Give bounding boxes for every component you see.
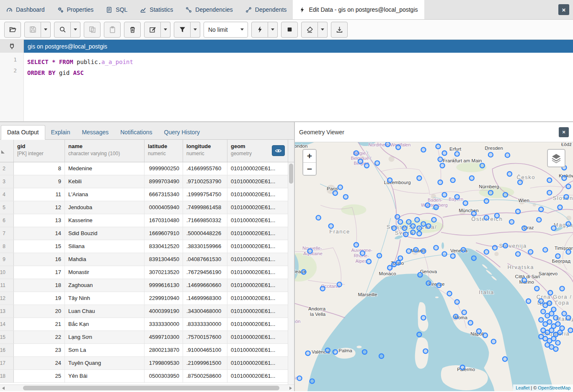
find-button[interactable]: [54, 22, 71, 38]
geometry-point-marker[interactable]: [468, 320, 473, 325]
copy-button[interactable]: [84, 22, 101, 38]
geometry-point-marker[interactable]: [484, 250, 489, 254]
grid-select-all-corner[interactable]: [0, 140, 14, 162]
geometry-point-marker[interactable]: [302, 269, 306, 274]
geometry-point-marker[interactable]: [451, 178, 455, 182]
geometry-point-marker[interactable]: [343, 195, 348, 199]
cell-geom[interactable]: 0101000020E61...: [227, 201, 288, 214]
geometry-point-marker[interactable]: [413, 248, 418, 252]
cell-latitude[interactable]: 1799809530: [145, 357, 183, 369]
cell-geom[interactable]: 0101000020E61...: [227, 240, 288, 253]
column-header-name[interactable]: namecharacter varying (100): [65, 140, 145, 162]
cell-latitude[interactable]: 3070213520: [145, 266, 183, 279]
geometry-point-marker[interactable]: [539, 299, 543, 303]
cell-name[interactable]: Sdid Bouzid: [65, 227, 145, 240]
geometry-point-marker[interactable]: [461, 248, 466, 252]
cell-name[interactable]: Siliana: [65, 240, 145, 253]
delete-row-button[interactable]: [124, 22, 141, 38]
geometry-point-marker[interactable]: [451, 254, 455, 259]
row-number-cell[interactable]: 10: [0, 266, 14, 279]
geometry-point-marker[interactable]: [442, 192, 447, 197]
geometry-point-marker[interactable]: [463, 201, 468, 205]
cell-gid[interactable]: 25: [14, 370, 65, 382]
geometry-viewer-close-button[interactable]: ×: [559, 127, 569, 137]
horizontal-scrollbar[interactable]: [0, 384, 294, 391]
cell-gid[interactable]: 16: [14, 253, 65, 266]
geometry-point-marker[interactable]: [549, 311, 554, 316]
cell-gid[interactable]: 20: [14, 305, 65, 318]
geometry-point-marker[interactable]: [333, 350, 338, 354]
cell-longitude[interactable]: .71669850332: [183, 214, 227, 227]
geometry-point-marker[interactable]: [337, 282, 342, 287]
geometry-point-marker[interactable]: [421, 249, 426, 254]
geometry-point-marker[interactable]: [387, 178, 392, 182]
geometry-point-marker[interactable]: [547, 320, 552, 324]
geometry-point-marker[interactable]: [488, 190, 493, 195]
geometry-point-marker[interactable]: [403, 232, 408, 237]
geometry-point-marker[interactable]: [547, 178, 552, 182]
cell-name[interactable]: Bắc Kạn: [65, 318, 145, 331]
geometry-point-marker[interactable]: [560, 326, 564, 331]
cell-name[interactable]: Sơn La: [65, 344, 145, 356]
cell-name[interactable]: Tây Ninh: [65, 292, 145, 305]
scroll-right-arrow[interactable]: [287, 385, 294, 391]
cell-geom[interactable]: 0101000020E61...: [227, 279, 288, 292]
geometry-point-marker[interactable]: [360, 251, 365, 256]
geometry-point-marker[interactable]: [438, 157, 443, 161]
cell-gid[interactable]: 15: [14, 240, 65, 253]
geometry-point-marker[interactable]: [426, 281, 431, 285]
geometry-point-marker[interactable]: [367, 259, 371, 264]
execute-dropdown-button[interactable]: [268, 22, 278, 38]
geometry-point-marker[interactable]: [472, 211, 476, 216]
window-close-button[interactable]: ×: [558, 4, 569, 15]
row-number-cell[interactable]: 7: [0, 227, 14, 240]
column-header-latitude[interactable]: latitudenumeric: [145, 140, 183, 162]
clear-query-button[interactable]: [301, 22, 318, 38]
cell-latitude[interactable]: 1670310480: [145, 214, 183, 227]
geometry-point-marker[interactable]: [516, 209, 520, 214]
geometry-point-marker[interactable]: [566, 222, 570, 226]
geometry-point-marker[interactable]: [505, 153, 510, 157]
cell-longitude[interactable]: .50000448226: [183, 227, 227, 240]
geometry-point-marker[interactable]: [491, 339, 496, 344]
cell-latitude[interactable]: 2800213870: [145, 344, 183, 356]
row-number-cell[interactable]: 15: [0, 331, 14, 343]
column-header-gid[interactable]: gid[PK] integer: [14, 140, 65, 162]
cell-longitude[interactable]: .97100253790: [183, 175, 227, 188]
geometry-point-marker[interactable]: [493, 246, 497, 250]
cell-geom[interactable]: 0101000020E61...: [227, 292, 288, 305]
cell-gid[interactable]: 12: [14, 201, 65, 214]
geometry-point-marker[interactable]: [417, 226, 421, 231]
cell-longitude[interactable]: .87500258600: [183, 370, 227, 382]
tab-sql[interactable]: SQL: [100, 0, 134, 19]
geometry-point-marker[interactable]: [555, 254, 560, 259]
column-header-longitude[interactable]: longitudenumeric: [183, 140, 227, 162]
cell-latitude[interactable]: 8999703490: [145, 175, 183, 188]
geometry-point-marker[interactable]: [379, 354, 384, 359]
cell-name[interactable]: Kasserine: [65, 214, 145, 227]
geometry-point-marker[interactable]: [539, 318, 543, 322]
cell-name[interactable]: Monastir: [65, 266, 145, 279]
output-tab-data-output[interactable]: Data Output: [1, 125, 45, 140]
geometry-point-marker[interactable]: [507, 172, 512, 176]
geometry-point-marker[interactable]: [455, 195, 459, 199]
geometry-point-marker[interactable]: [333, 191, 338, 195]
geometry-point-marker[interactable]: [316, 215, 321, 220]
cell-geom[interactable]: 0101000020E61...: [227, 214, 288, 227]
row-limit-select[interactable]: No limit: [204, 22, 248, 38]
cell-latitude[interactable]: 2299910940: [145, 292, 183, 305]
geometry-point-marker[interactable]: [297, 376, 302, 381]
geometry-point-marker[interactable]: [543, 248, 547, 252]
output-tab-query-history[interactable]: Query History: [158, 126, 206, 139]
cell-latitude[interactable]: 8391304450: [145, 253, 183, 266]
geometry-point-marker[interactable]: [421, 315, 426, 320]
cell-geom[interactable]: 0101000020E61...: [227, 188, 288, 201]
geometry-point-marker[interactable]: [541, 309, 545, 314]
cell-longitude[interactable]: .21099961500: [183, 357, 227, 369]
geometry-point-marker[interactable]: [410, 230, 415, 235]
geometry-point-marker[interactable]: [562, 311, 566, 316]
tab-statistics[interactable]: Statistics: [134, 0, 179, 19]
vertical-scrollbar[interactable]: [288, 162, 294, 384]
leaflet-link[interactable]: Leaflet: [516, 385, 529, 390]
geometry-point-marker[interactable]: [354, 243, 359, 247]
